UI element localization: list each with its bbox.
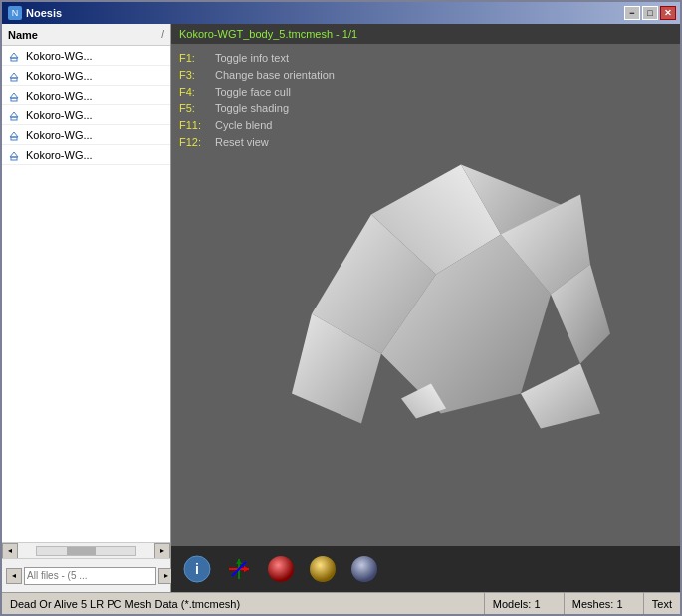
blue-sphere-icon <box>349 554 379 584</box>
mesh-icon-3 <box>6 107 22 123</box>
info-icon: i <box>182 554 212 584</box>
svg-marker-4 <box>10 93 18 98</box>
key-f4: F4: <box>179 84 211 101</box>
text-segment[interactable]: Text <box>644 593 680 614</box>
status-bar: Dead Or Alive 5 LR PC Mesh Data (*.tmcme… <box>2 592 680 614</box>
list-item-label-2: Kokoro-WG... <box>26 90 93 102</box>
mesh-icon-0 <box>6 48 22 64</box>
svg-rect-1 <box>11 58 17 61</box>
axes-button[interactable] <box>221 551 257 587</box>
blue-sphere-button[interactable] <box>346 551 382 587</box>
list-item[interactable]: Kokoro-WG... <box>2 66 170 86</box>
viewport-title: Kokoro-WGT_body_5.tmcmesh - 1/1 <box>179 28 357 40</box>
key-f12-desc: Reset view <box>215 134 269 151</box>
scrollbar-thumb[interactable] <box>67 547 97 555</box>
text-label: Text <box>652 598 672 610</box>
list-item-label-4: Kokoro-WG... <box>26 129 93 141</box>
list-item[interactable]: Kokoro-WG... <box>2 105 170 125</box>
key-hint-row-1: F3: Change base orientation <box>179 67 335 84</box>
key-hint-row-3: F5: Toggle shading <box>179 101 335 117</box>
svg-point-28 <box>268 556 294 582</box>
file-format-text: Dead Or Alive 5 LR PC Mesh Data (*.tmcme… <box>10 598 240 610</box>
svg-marker-8 <box>10 132 18 137</box>
list-item[interactable]: Kokoro-WG... <box>2 86 170 105</box>
key-hint-row-4: F11: Cycle blend <box>179 117 335 134</box>
list-item[interactable]: Kokoro-WG... <box>2 145 170 165</box>
key-f12: F12: <box>179 134 211 151</box>
key-f11: F11: <box>179 117 211 134</box>
svg-rect-7 <box>11 117 17 120</box>
mesh-icon-1 <box>6 68 22 84</box>
title-bar-left: N Noesis <box>8 6 62 20</box>
title-bar: N Noesis − □ ✕ <box>2 2 680 24</box>
svg-marker-10 <box>10 152 18 157</box>
red-sphere-icon <box>266 554 296 584</box>
models-text: Models: 1 <box>493 598 541 610</box>
maximize-button[interactable]: □ <box>642 6 658 20</box>
scroll-left-btn[interactable]: ◂ <box>2 543 18 559</box>
gold-sphere-icon <box>308 554 338 584</box>
key-f3-desc: Change base orientation <box>215 67 335 84</box>
main-content: Name / Kokoro-WG... <box>2 24 680 592</box>
svg-text:i: i <box>195 561 199 577</box>
list-header-name: Name <box>8 29 161 41</box>
viewport-header: Kokoro-WGT_body_5.tmcmesh - 1/1 <box>171 24 680 44</box>
window-title: Noesis <box>26 7 62 19</box>
svg-marker-20 <box>521 363 600 428</box>
list-item-label-5: Kokoro-WG... <box>26 149 93 161</box>
key-f1: F1: <box>179 50 211 67</box>
svg-rect-11 <box>11 157 17 160</box>
key-f1-desc: Toggle info text <box>215 50 289 67</box>
key-f4-desc: Toggle face cull <box>215 84 291 101</box>
mesh-svg <box>282 134 620 453</box>
window-controls: − □ ✕ <box>624 6 676 20</box>
gold-sphere-button[interactable] <box>305 551 341 587</box>
axes-icon <box>224 554 254 584</box>
viewport-3d[interactable]: F1: Toggle info text F3: Change base ori… <box>171 44 680 546</box>
svg-point-29 <box>310 556 336 582</box>
filter-back-btn[interactable]: ◂ <box>6 568 22 584</box>
sort-icon[interactable]: / <box>161 29 164 40</box>
mesh-icon-5 <box>6 147 22 163</box>
minimize-button[interactable]: − <box>624 6 640 20</box>
meshes-segment: Meshes: 1 <box>565 593 644 614</box>
mesh-icon-2 <box>6 88 22 103</box>
models-segment: Models: 1 <box>485 593 565 614</box>
list-item-label-1: Kokoro-WG... <box>26 70 93 82</box>
filter-input[interactable] <box>24 567 156 585</box>
svg-marker-27 <box>244 566 249 572</box>
file-format-segment: Dead Or Alive 5 LR PC Mesh Data (*.tmcme… <box>2 593 485 614</box>
key-hint-row-2: F4: Toggle face cull <box>179 84 335 101</box>
scroll-right-btn[interactable]: ▸ <box>154 543 170 559</box>
red-sphere-button[interactable] <box>263 551 299 587</box>
svg-rect-9 <box>11 137 17 140</box>
scrollbar-track[interactable] <box>36 546 136 556</box>
svg-marker-2 <box>10 73 18 78</box>
list-item-label-0: Kokoro-WG... <box>26 50 93 62</box>
mesh-icon-4 <box>6 127 22 143</box>
list-item-label-3: Kokoro-WG... <box>26 109 93 121</box>
right-panel: Kokoro-WGT_body_5.tmcmesh - 1/1 F1: Togg… <box>171 24 680 592</box>
list-item[interactable]: Kokoro-WG... <box>2 125 170 145</box>
info-button[interactable]: i <box>179 551 215 587</box>
list-item[interactable]: Kokoro-WG... <box>2 46 170 66</box>
svg-rect-3 <box>11 78 17 81</box>
app-icon: N <box>8 6 22 20</box>
filter-area: ◂ ▸ <box>2 558 170 592</box>
key-f3: F3: <box>179 67 211 84</box>
close-button[interactable]: ✕ <box>660 6 676 20</box>
key-f5: F5: <box>179 101 211 117</box>
svg-rect-5 <box>11 98 17 101</box>
meshes-text: Meshes: 1 <box>572 598 623 610</box>
mesh-3d-view <box>282 134 620 456</box>
app-window: N Noesis − □ ✕ Name / <box>0 0 682 616</box>
svg-marker-6 <box>10 112 18 117</box>
svg-marker-0 <box>10 53 18 58</box>
horizontal-scrollbar[interactable]: ◂ ▸ <box>2 542 170 558</box>
key-hint-row-0: F1: Toggle info text <box>179 50 335 67</box>
left-panel: Name / Kokoro-WG... <box>2 24 171 592</box>
key-f11-desc: Cycle blend <box>215 117 272 134</box>
key-f5-desc: Toggle shading <box>215 101 289 117</box>
viewport-toolbar: i <box>171 546 680 592</box>
file-list[interactable]: Kokoro-WG... Kokoro-WG... <box>2 46 170 542</box>
